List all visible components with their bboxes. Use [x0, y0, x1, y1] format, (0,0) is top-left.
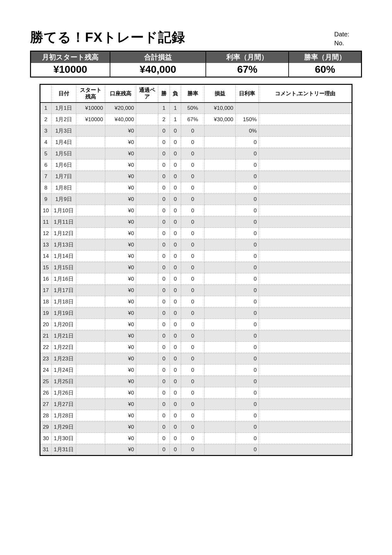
- cell-start: [76, 376, 105, 387]
- cell-win: 0: [158, 387, 170, 399]
- cell-balance: ¥0: [105, 216, 136, 228]
- table-row: 201月20日¥00000: [40, 319, 352, 330]
- cell-comment: [259, 228, 352, 239]
- cell-win: 0: [158, 205, 170, 216]
- cell-pair: [136, 399, 158, 410]
- cell-rate: 0: [181, 296, 205, 308]
- date-label: Date:: [334, 30, 349, 39]
- table-row: 171月17日¥00000: [40, 285, 352, 296]
- col-idx: [40, 84, 52, 103]
- cell-date: 1月10日: [52, 205, 76, 216]
- cell-comment: [259, 410, 352, 421]
- cell-pl: [205, 410, 236, 421]
- cell-pair: [136, 114, 158, 125]
- cell-rate: 0: [181, 433, 205, 444]
- cell-win: 0: [158, 273, 170, 285]
- cell-daily: 0: [236, 285, 259, 296]
- cell-rate: 0: [181, 365, 205, 376]
- cell-idx: 25: [40, 376, 52, 387]
- cell-comment: [259, 376, 352, 387]
- col-balance: 口座残高: [105, 84, 136, 103]
- table-row: 31月3日¥00000%: [40, 125, 352, 137]
- no-label: No.: [334, 39, 349, 47]
- cell-start: [76, 353, 105, 365]
- cell-balance: ¥0: [105, 330, 136, 342]
- col-pl: 損益: [205, 84, 236, 103]
- cell-date: 1月25日: [52, 376, 76, 387]
- cell-start: [76, 137, 105, 148]
- cell-pl: [205, 433, 236, 444]
- cell-lose: 0: [170, 421, 181, 433]
- cell-comment: [259, 330, 352, 342]
- cell-idx: 17: [40, 285, 52, 296]
- cell-pl: [205, 205, 236, 216]
- cell-pl: ¥10,000: [205, 103, 236, 114]
- cell-idx: 15: [40, 262, 52, 273]
- cell-comment: [259, 319, 352, 330]
- cell-pl: [205, 239, 236, 251]
- cell-balance: ¥0: [105, 387, 136, 399]
- table-row: 181月18日¥00000: [40, 296, 352, 308]
- cell-win: 0: [158, 330, 170, 342]
- table-row: 51月5日¥00000: [40, 148, 352, 159]
- cell-idx: 11: [40, 216, 52, 228]
- cell-daily: 0%: [236, 125, 259, 137]
- cell-balance: ¥0: [105, 159, 136, 171]
- cell-win: 0: [158, 342, 170, 353]
- cell-date: 1月24日: [52, 365, 76, 376]
- cell-daily: 0: [236, 342, 259, 353]
- cell-idx: 28: [40, 410, 52, 421]
- cell-lose: 0: [170, 159, 181, 171]
- cell-lose: 0: [170, 239, 181, 251]
- detail-table: 日付 スタート残高 口座残高 通過ペア 勝 負 勝率 損益 日利率 コメント,エ…: [40, 84, 352, 456]
- cell-comment: [259, 285, 352, 296]
- cell-pl: [205, 137, 236, 148]
- cell-start: [76, 125, 105, 137]
- cell-daily: 0: [236, 171, 259, 182]
- cell-rate: 0: [181, 137, 205, 148]
- cell-win: 0: [158, 433, 170, 444]
- cell-pl: [205, 182, 236, 194]
- cell-pair: [136, 365, 158, 376]
- cell-start: [76, 433, 105, 444]
- cell-start: [76, 228, 105, 239]
- cell-rate: 0: [181, 285, 205, 296]
- cell-rate: 0: [181, 182, 205, 194]
- cell-win: 0: [158, 399, 170, 410]
- meta-block: Date: No.: [334, 28, 362, 47]
- cell-rate: 0: [181, 308, 205, 319]
- cell-idx: 26: [40, 387, 52, 399]
- cell-date: 1月21日: [52, 330, 76, 342]
- table-row: 101月10日¥00000: [40, 205, 352, 216]
- col-daily: 日利率: [236, 84, 259, 103]
- cell-pl: ¥30,000: [205, 114, 236, 125]
- cell-start: [76, 205, 105, 216]
- cell-comment: [259, 387, 352, 399]
- cell-rate: 0: [181, 228, 205, 239]
- cell-daily: 0: [236, 387, 259, 399]
- table-row: 61月6日¥00000: [40, 159, 352, 171]
- cell-pl: [205, 216, 236, 228]
- cell-idx: 9: [40, 194, 52, 205]
- cell-lose: 0: [170, 273, 181, 285]
- cell-daily: 0: [236, 137, 259, 148]
- cell-pair: [136, 433, 158, 444]
- cell-win: 0: [158, 308, 170, 319]
- cell-idx: 20: [40, 319, 52, 330]
- col-win: 勝: [158, 84, 170, 103]
- cell-comment: [259, 239, 352, 251]
- cell-comment: [259, 148, 352, 159]
- cell-pl: [205, 387, 236, 399]
- cell-date: 1月11日: [52, 216, 76, 228]
- cell-rate: 0: [181, 159, 205, 171]
- cell-date: 1月18日: [52, 296, 76, 308]
- cell-comment: [259, 262, 352, 273]
- table-row: 121月12日¥00000: [40, 228, 352, 239]
- col-lose: 負: [170, 84, 181, 103]
- cell-comment: [259, 182, 352, 194]
- cell-comment: [259, 125, 352, 137]
- cell-balance: ¥0: [105, 285, 136, 296]
- table-row: 221月22日¥00000: [40, 342, 352, 353]
- cell-balance: ¥0: [105, 342, 136, 353]
- cell-start: [76, 251, 105, 262]
